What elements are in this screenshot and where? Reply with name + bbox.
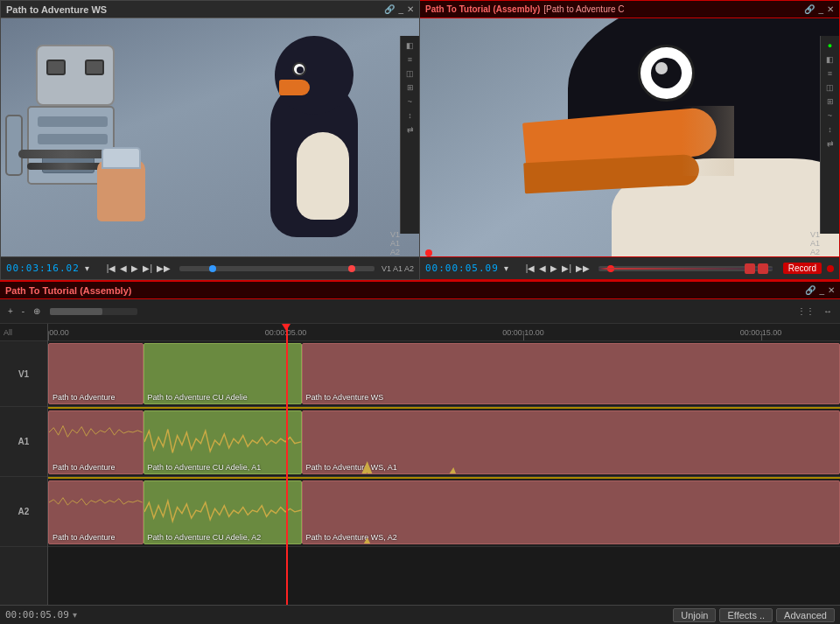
monitor-right-subtitle: [Path to Adventure C bbox=[543, 4, 624, 14]
snap-btn[interactable]: ⋮⋮ bbox=[794, 305, 817, 318]
a2-track-label: A2 bbox=[18, 507, 30, 516]
minimize-icon-right[interactable]: _ bbox=[818, 4, 823, 14]
timeline-link-icon[interactable]: 🔗 bbox=[805, 285, 816, 295]
track-header-a1[interactable]: A1 bbox=[0, 407, 47, 477]
track-v1: Path to Adventure Path to Adventure CU A… bbox=[48, 341, 840, 407]
add-track-btn[interactable]: + bbox=[5, 305, 16, 318]
timeline-ruler: 00:00:00.00 00:00:05.00 00:00:10.00 00:0… bbox=[48, 324, 840, 341]
right-transport: |◀ ◀ ▶ ▶| ▶▶ bbox=[524, 263, 592, 274]
step-back-btn[interactable]: ◀ bbox=[118, 263, 129, 274]
panel-icon-4[interactable]: ⊞ bbox=[403, 81, 417, 94]
clip-a2-1[interactable]: Path to Adventure bbox=[48, 480, 144, 544]
left-playhead-bar[interactable] bbox=[179, 266, 374, 271]
close-right-icon[interactable]: ✕ bbox=[827, 4, 834, 14]
mark-in-btn[interactable] bbox=[745, 263, 755, 274]
panel-icon-7[interactable]: ⇄ bbox=[403, 123, 417, 136]
panel-icon-3[interactable]: ◫ bbox=[403, 67, 417, 80]
clip-a1-1[interactable]: Path to Adventure bbox=[48, 410, 144, 474]
timeline-minimize-icon[interactable]: _ bbox=[819, 285, 824, 295]
right-arrow-down[interactable]: ▾ bbox=[502, 263, 510, 274]
v1-btn-left[interactable]: V1 bbox=[382, 264, 391, 273]
rpanel-icon-3[interactable]: ◫ bbox=[823, 81, 837, 94]
clip-v1-3[interactable]: Path to Adventure WS bbox=[302, 343, 840, 404]
link-icon[interactable]: 🔗 bbox=[384, 4, 395, 14]
timeline-title-controls: 🔗 _ ✕ bbox=[805, 285, 835, 295]
a1-btn-left[interactable]: A1 bbox=[393, 264, 402, 273]
link-icon-right[interactable]: 🔗 bbox=[804, 4, 815, 14]
close-left-icon[interactable]: ✕ bbox=[407, 4, 414, 14]
right-play[interactable]: ▶ bbox=[549, 263, 559, 274]
minus-btn[interactable]: - bbox=[19, 305, 27, 318]
unjoin-button[interactable]: Unjoin bbox=[673, 608, 716, 622]
timeline-content: All V1 A1 A2 00:00:00.00 00:00:05.00 bbox=[0, 324, 840, 605]
cursor-btn[interactable]: ⊕ bbox=[31, 305, 43, 318]
advanced-button[interactable]: Advanced bbox=[776, 608, 835, 622]
right-step-back[interactable]: ◀ bbox=[537, 263, 548, 274]
timeline-close-icon[interactable]: ✕ bbox=[828, 285, 835, 295]
rpanel-icon-5[interactable]: ~ bbox=[823, 109, 837, 122]
ruler-mark-0: 00:00:00.00 bbox=[48, 328, 69, 337]
all-label: All bbox=[4, 328, 12, 337]
penguin-cu-eye bbox=[638, 45, 695, 102]
video-frame-left bbox=[1, 18, 419, 256]
effects-button[interactable]: Effects .. bbox=[719, 608, 773, 622]
record-indicator bbox=[827, 265, 834, 272]
robot-eye-right bbox=[85, 60, 104, 75]
go-end-btn[interactable]: ▶▶ bbox=[155, 263, 172, 274]
track-header-a2[interactable]: A2 bbox=[0, 477, 47, 547]
ripple-btn[interactable]: ↔ bbox=[821, 305, 835, 318]
go-start-btn[interactable]: |◀ bbox=[105, 263, 118, 274]
left-arrow-down[interactable]: ▾ bbox=[83, 263, 91, 274]
timeline-titlebar: Path To Tutorial (Assembly) 🔗 _ ✕ bbox=[0, 282, 840, 299]
mark-out-btn[interactable] bbox=[758, 263, 768, 274]
minimize-icon[interactable]: _ bbox=[398, 4, 403, 14]
monitor-right: Path To Tutorial (Assembly) [Path to Adv… bbox=[420, 0, 840, 280]
clip-a1-3[interactable]: Path to Adventure WS, A1 bbox=[302, 410, 840, 474]
clip-v1-3-label: Path to Adventure WS bbox=[306, 393, 836, 402]
left-timecode: 00:03:16.02 bbox=[6, 263, 80, 274]
a2-btn-left[interactable]: A2 bbox=[404, 264, 414, 273]
panel-icon-1[interactable]: ◧ bbox=[403, 39, 417, 52]
play-btn[interactable]: ▶ bbox=[130, 263, 140, 274]
panel-icon-2[interactable]: ≡ bbox=[403, 53, 417, 66]
panel-icon-5[interactable]: ~ bbox=[403, 95, 417, 108]
titlebar-right-controls: 🔗 _ ✕ bbox=[804, 4, 834, 14]
rpanel-icon-2[interactable]: ≡ bbox=[823, 67, 837, 80]
zoom-bar[interactable] bbox=[50, 308, 137, 315]
clip-a1-2[interactable]: Path to Adventure CU Adelie, A1 bbox=[144, 410, 302, 474]
titlebar-left-controls: 🔗 _ ✕ bbox=[384, 4, 414, 14]
tracks-area: 00:00:00.00 00:00:05.00 00:00:10.00 00:0… bbox=[48, 324, 840, 605]
monitor-right-inner: ● ◧ ≡ ◫ ⊞ ~ ↕ ⇄ bbox=[420, 18, 839, 256]
right-step-fwd[interactable]: ▶| bbox=[560, 263, 573, 274]
record-button[interactable]: Record bbox=[783, 263, 822, 274]
right-playhead-bar[interactable] bbox=[598, 266, 773, 271]
waveform-a2-2 bbox=[144, 488, 301, 536]
ruler-tick-3 bbox=[761, 332, 762, 340]
status-timecode: 00:00:05.09 bbox=[5, 609, 69, 620]
panel-icon-6[interactable]: ↕ bbox=[403, 109, 417, 122]
clip-v1-2[interactable]: Path to Adventure CU Adelie bbox=[144, 343, 302, 404]
human-hand bbox=[97, 160, 145, 221]
playhead-line bbox=[286, 324, 288, 605]
rpanel-icon-1[interactable]: ◧ bbox=[823, 53, 837, 66]
waveform-a2-1 bbox=[49, 488, 143, 516]
left-track-buttons: V1 A1 A2 bbox=[382, 264, 414, 273]
right-go-start[interactable]: |◀ bbox=[524, 263, 537, 274]
left-out-marker bbox=[348, 265, 355, 272]
rpanel-icon-7[interactable]: ⇄ bbox=[823, 137, 837, 150]
monitor-left-titlebar: Path to Adventure WS 🔗 _ ✕ bbox=[1, 1, 419, 18]
clip-v1-1[interactable]: Path to Adventure bbox=[48, 343, 144, 404]
clip-a2-2[interactable]: Path to Adventure CU Adelie, A2 bbox=[144, 480, 302, 544]
track-header-v1[interactable]: V1 bbox=[0, 341, 47, 407]
monitor-right-panel: ● ◧ ≡ ◫ ⊞ ~ ↕ ⇄ bbox=[820, 36, 839, 234]
penguin-figure bbox=[253, 27, 393, 237]
waveform-a2-3 bbox=[303, 488, 839, 544]
ruler-tick-2 bbox=[523, 332, 524, 340]
rpanel-icon-6[interactable]: ↕ bbox=[823, 123, 837, 136]
a1-label-left: A1 bbox=[390, 239, 400, 248]
step-fwd-btn[interactable]: ▶| bbox=[141, 263, 154, 274]
rpanel-icon-4[interactable]: ⊞ bbox=[823, 95, 837, 108]
clip-a2-3[interactable]: Path to Adventure WS, A2 bbox=[302, 480, 840, 544]
right-playhead-dot bbox=[425, 249, 432, 256]
right-go-end[interactable]: ▶▶ bbox=[574, 263, 592, 274]
